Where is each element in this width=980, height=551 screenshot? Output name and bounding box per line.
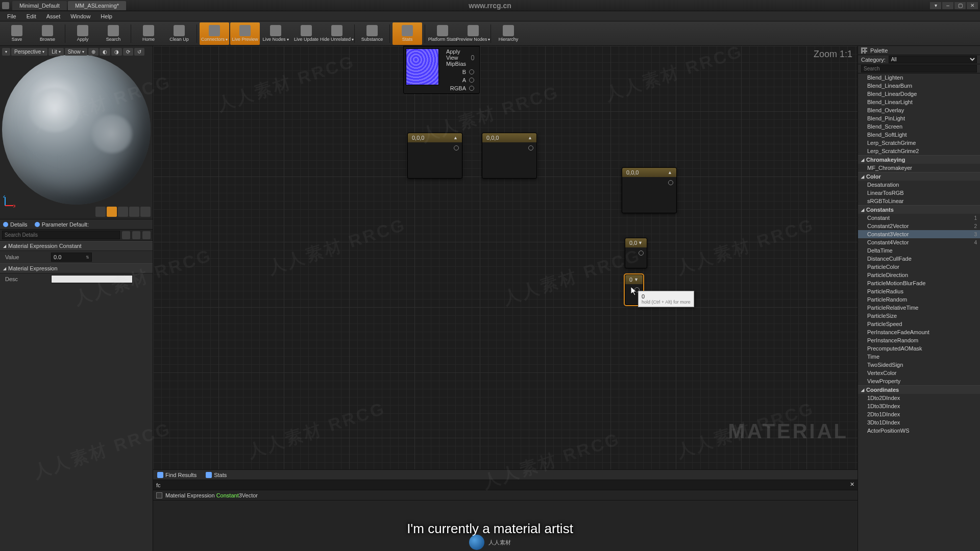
menu-asset[interactable]: Asset [42,12,65,20]
find-result-row[interactable]: Material Expression Constant3Vector [153,490,857,500]
toolbar-preview-nodes-button[interactable]: Preview Nodes▾ [458,22,488,45]
toolbar-apply-button[interactable]: Apply [68,22,97,45]
collapse-icon[interactable]: ▲ [528,135,532,140]
tab-minimal-default[interactable]: Minimal_Default [12,1,67,10]
node-texture-sample[interactable]: Apply View MipBias B A RGBA [403,46,480,94]
toolbar-live-update-button[interactable]: Live Update [291,22,321,45]
palette-item-vertexcolor[interactable]: VertexColor [858,369,980,377]
palette-item-lerp_scratchgrime2[interactable]: Lerp_ScratchGrime2 [858,147,980,155]
toolbar-search-button[interactable]: Search [99,22,128,45]
output-pin[interactable] [454,145,459,151]
window-dropdown-icon[interactable]: ▾ [930,2,941,9]
palette-item-1dto3dindex[interactable]: 1Dto3DIndex [858,402,980,410]
palette-item-blend_linearlight[interactable]: Blend_LinearLight [858,98,980,106]
pin-icon[interactable] [471,55,474,60]
toolbar-hide-unrelated-button[interactable]: Hide Unrelated▾ [322,22,352,45]
maximize-button[interactable]: ▢ [954,2,966,9]
close-button[interactable]: ✕ [967,2,978,9]
output-pin[interactable] [639,251,644,256]
pin-b[interactable]: B [443,68,477,76]
palette-item-distancecullfade[interactable]: DistanceCullFade [858,255,980,263]
palette-search-input[interactable] [861,65,977,72]
viewport-extra3-button[interactable]: ◑ [111,48,122,56]
section-material-expression-constant[interactable]: Material Expression Constant [0,241,153,251]
toolbar-substance-button[interactable]: Substance [357,22,387,45]
palette-category-coordinates[interactable]: Coordinates [858,385,980,394]
palette-item-blend_lineardodge[interactable]: Blend_LinearDodge [858,90,980,98]
palette-list[interactable]: Blend_LightenBlend_LinearBurnBlend_Linea… [858,73,980,551]
palette-item-constant2vector[interactable]: Constant2Vector2 [858,222,980,230]
shape-plane-button[interactable] [118,207,128,217]
palette-item-lineartosrgb[interactable]: LinearTosRGB [858,189,980,197]
palette-item-blend_softlight[interactable]: Blend_SoftLight [858,131,980,139]
preview-viewport[interactable]: Perspective Lit Show ⊕ ◐ ◑ ⟳ ↺ zx [0,46,153,219]
pin-apply-view-mipbias[interactable]: Apply View MipBias [443,47,477,68]
toolbar-hierarchy-button[interactable]: Hierarchy [494,22,523,45]
palette-item-particleradius[interactable]: ParticleRadius [858,287,980,295]
toolbar-live-nodes-button[interactable]: Live Nodes▾ [261,22,290,45]
palette-item-particledirection[interactable]: ParticleDirection [858,271,980,279]
pin-icon[interactable] [469,86,474,91]
tab-find-results[interactable]: Find Results [157,472,197,478]
node-constant2vector[interactable]: 0,0▼ [625,238,647,268]
menu-help[interactable]: Help [96,12,116,20]
palette-item-actorpositionws[interactable]: ActorPositionWS [858,427,980,435]
viewport-extra4-button[interactable]: ⟳ [123,48,133,56]
collapse-icon[interactable]: ▲ [668,170,672,175]
shape-cube-button[interactable] [129,207,139,217]
tab-details[interactable]: Details [3,221,28,228]
palette-item-desaturation[interactable]: Desaturation [858,181,980,189]
palette-item-particlesize[interactable]: ParticleSize [858,312,980,320]
spinner-icon[interactable]: ⇅ [86,255,89,260]
viewport-extra-button[interactable]: ⊕ [88,48,99,56]
viewport-show-button[interactable]: Show [65,48,87,56]
palette-item-perinstancerandom[interactable]: PerInstanceRandom [858,336,980,344]
pin-icon[interactable] [469,69,474,74]
result-checkbox[interactable] [156,492,162,498]
expand-icon[interactable]: ▼ [634,277,639,282]
shape-cylinder-button[interactable] [95,207,106,217]
palette-item-2dto1dindex[interactable]: 2Dto1DIndex [858,410,980,418]
details-search-input[interactable] [2,231,120,239]
eye-icon[interactable] [142,231,151,239]
palette-item-particlemotionblurfade[interactable]: ParticleMotionBlurFade [858,279,980,287]
pin-rgba[interactable]: RGBA [443,84,477,92]
toolbar-clean-up-button[interactable]: Clean Up [164,22,194,45]
toolbar-home-button[interactable]: Home [134,22,163,45]
chevron-down-icon[interactable]: ▾ [352,37,354,42]
toolbar-save-button[interactable]: Save [2,22,32,45]
chevron-down-icon[interactable]: ▾ [287,37,289,42]
palette-item-twosidedsign[interactable]: TwoSidedSign [858,361,980,369]
palette-item-precomputedaomask[interactable]: PrecomputedAOMask [858,344,980,353]
menu-file[interactable]: File [3,12,20,20]
palette-item-viewproperty[interactable]: ViewProperty [858,377,980,385]
palette-item-blend_screen[interactable]: Blend_Screen [858,122,980,131]
clear-find-button[interactable]: ✕ [848,481,855,488]
viewport-extra2-button[interactable]: ◐ [100,48,110,56]
prop-desc-field[interactable] [51,275,133,283]
menu-edit[interactable]: Edit [22,12,40,20]
pin-a[interactable]: A [443,76,477,84]
prop-value-field[interactable]: 0.0⇅ [51,253,92,262]
chevron-down-icon[interactable]: ▾ [488,37,490,42]
toolbar-connectors-button[interactable]: Connectors▾ [200,22,229,45]
shape-sphere-button[interactable] [107,207,117,217]
palette-item-blend_pinlight[interactable]: Blend_PinLight [858,114,980,122]
minimize-button[interactable]: – [942,2,953,9]
toolbar-live-preview-button[interactable]: Live Preview [230,22,260,45]
node-constant3vector-a[interactable]: 0,0,0▲ [407,133,462,179]
viewport-lit-button[interactable]: Lit [48,48,64,56]
material-graph[interactable]: Zoom 1:1 MATERIAL Apply View MipBias B A… [153,46,857,469]
palette-item-perinstancefadeamount[interactable]: PerInstanceFadeAmount [858,328,980,336]
palette-item-blend_lighten[interactable]: Blend_Lighten [858,73,980,82]
palette-item-time[interactable]: Time [858,353,980,361]
search-icon[interactable] [122,231,130,239]
palette-item-constant[interactable]: Constant1 [858,214,980,222]
tab-mm-aslearning[interactable]: MM_ASLearning* [68,1,126,10]
menu-window[interactable]: Window [66,12,94,20]
palette-header[interactable]: Palette [858,46,980,55]
output-pin[interactable] [528,145,533,151]
toolbar-platform-stats-button[interactable]: Platform Stats [428,22,457,45]
chevron-down-icon[interactable]: ▾ [226,37,228,42]
viewport-perspective-button[interactable]: Perspective [11,48,47,56]
